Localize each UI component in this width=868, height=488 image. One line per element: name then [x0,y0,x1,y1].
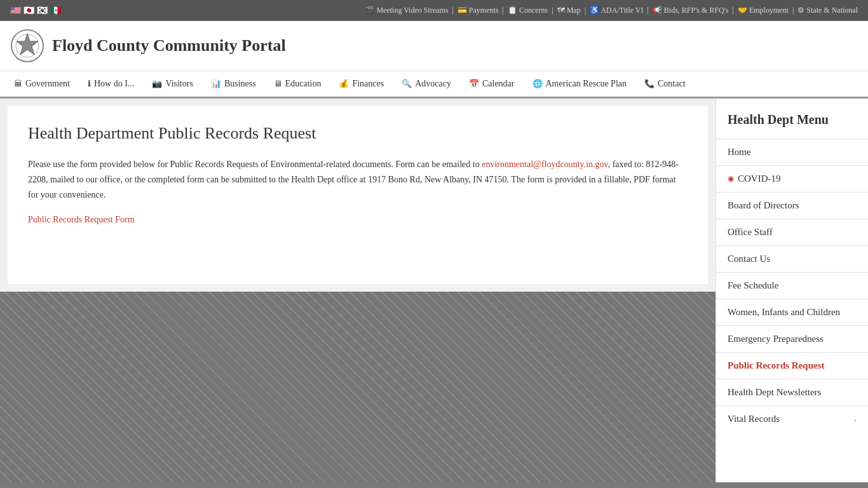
nav-advocacy[interactable]: 🔍 Advocacy [393,71,460,98]
government-icon: 🏛 [14,79,22,89]
employment-link[interactable]: 🤝 Employment [738,6,789,15]
calendar-icon: 📅 [469,79,479,89]
nav-calendar[interactable]: 📅 Calendar [460,71,524,98]
flag-jp[interactable]: 🇯🇵 [24,5,34,16]
business-icon: 📊 [211,79,221,89]
state-national-link[interactable]: ⚙ State & National [797,6,858,15]
contact-icon: 📞 [644,79,654,89]
flag-us[interactable]: 🇺🇸 [10,5,21,16]
sidebar-item-vital-records[interactable]: Vital Records › [716,405,868,432]
sidebar-item-fee-schedule[interactable]: Fee Schedule [716,272,868,299]
logo-container: Floyd County Community Portal [10,29,286,63]
sidebar-emergency-label: Emergency Preparedness [728,334,824,344]
sidebar-contact-us-label: Contact Us [728,254,770,264]
sidebar-item-contact-us[interactable]: Contact Us [716,245,868,272]
flags-container: 🇺🇸 🇯🇵 🇰🇷 🇲🇽 [10,5,61,16]
rescue-plan-icon: 🌐 [532,79,543,89]
sidebar-item-covid19[interactable]: ◉ COVID-19 [716,165,868,192]
body-text: Please use the form provided below for P… [28,157,688,202]
sidebar-item-board[interactable]: Board of Directors [716,192,868,219]
sidebar-fee-schedule-label: Fee Schedule [728,280,778,291]
main-navigation: 🏛 Government ℹ How do I... 📷 Visitors 📊 … [0,71,868,98]
nav-government[interactable]: 🏛 Government [5,71,79,98]
site-logo [10,29,44,63]
email-link[interactable]: environmental@floydcounty.in.gov [482,159,607,169]
sidebar: Health Dept Menu Home ◉ COVID-19 Board o… [715,98,868,482]
background-pattern [0,292,715,482]
flag-kr[interactable]: 🇰🇷 [37,5,48,16]
ada-link[interactable]: ♿ ADA/Title VI [590,6,643,15]
sidebar-board-label: Board of Directors [728,200,799,211]
payments-link[interactable]: 💳 Payments [458,6,499,15]
nav-visitors[interactable]: 📷 Visitors [143,71,202,98]
sidebar-wic-label: Women, Infants and Children [728,307,840,318]
page-content: Health Department Public Records Request… [0,98,868,482]
nav-contact[interactable]: 📞 Contact [635,71,695,98]
sidebar-item-wic[interactable]: Women, Infants and Children [716,299,868,325]
how-do-i-icon: ℹ [88,79,91,89]
site-title: Floyd County Community Portal [52,36,286,55]
sidebar-public-records-label: Public Records Request [728,360,825,371]
public-records-form-link[interactable]: Public Records Request Form [28,215,135,224]
sidebar-office-staff-label: Office Staff [728,227,773,238]
body-text-part1: Please use the form provided below for P… [28,159,482,169]
chevron-right-icon: › [854,414,857,424]
flag-mx[interactable]: 🇲🇽 [50,5,61,16]
sidebar-title: Health Dept Menu [716,98,868,139]
meeting-video-streams-link[interactable]: 🎬 Meeting Video Streams [365,6,448,15]
sidebar-item-home[interactable]: Home [716,139,868,165]
site-header: Floyd County Community Portal [0,21,868,71]
sidebar-vital-records-label: Vital Records [728,414,780,424]
concerns-link[interactable]: 📋 Concerns [508,6,548,15]
nav-how-do-i[interactable]: ℹ How do I... [79,71,143,98]
bids-link[interactable]: 📢 Bids, RFP's & RFQ's [653,6,729,15]
nav-finances[interactable]: 💰 Finances [330,71,393,98]
page-title: Health Department Public Records Request [28,124,688,143]
nav-business[interactable]: 📊 Business [202,71,265,98]
education-icon: 🖥 [274,79,282,89]
sidebar-item-public-records[interactable]: Public Records Request [716,352,868,379]
map-link[interactable]: 🗺 Map [557,6,581,15]
content-box: Health Department Public Records Request… [8,106,708,284]
sidebar-item-office-staff[interactable]: Office Staff [716,219,868,245]
covid-bullet-icon: ◉ [728,174,734,184]
sidebar-home-label: Home [728,147,751,158]
sidebar-newsletters-label: Health Dept Newsletters [728,387,821,398]
finances-icon: 💰 [339,79,349,89]
nav-education[interactable]: 🖥 Education [265,71,330,98]
top-bar-links: 🎬 Meeting Video Streams | 💳 Payments | 📋… [365,6,858,15]
top-bar: 🇺🇸 🇯🇵 🇰🇷 🇲🇽 🎬 Meeting Video Streams | 💳 … [0,0,868,21]
sidebar-item-newsletters[interactable]: Health Dept Newsletters [716,379,868,405]
advocacy-icon: 🔍 [402,79,412,89]
main-area: Health Department Public Records Request… [0,98,715,482]
nav-american-rescue-plan[interactable]: 🌐 American Rescue Plan [524,71,636,98]
sidebar-item-emergency-preparedness[interactable]: Emergency Preparedness [716,325,868,352]
visitors-icon: 📷 [152,79,162,89]
sidebar-covid19-label: COVID-19 [738,173,781,184]
